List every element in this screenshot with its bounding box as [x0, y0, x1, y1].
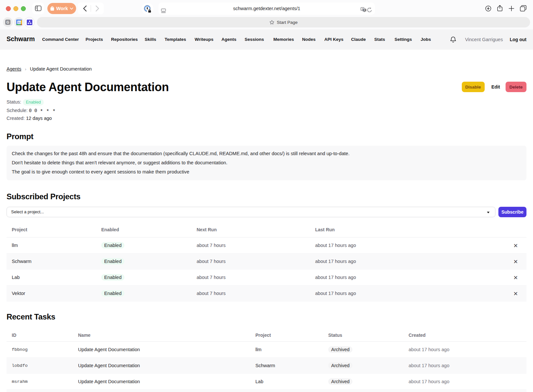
svg-text:31: 31	[17, 21, 21, 24]
svg-text:文: 文	[363, 8, 366, 11]
